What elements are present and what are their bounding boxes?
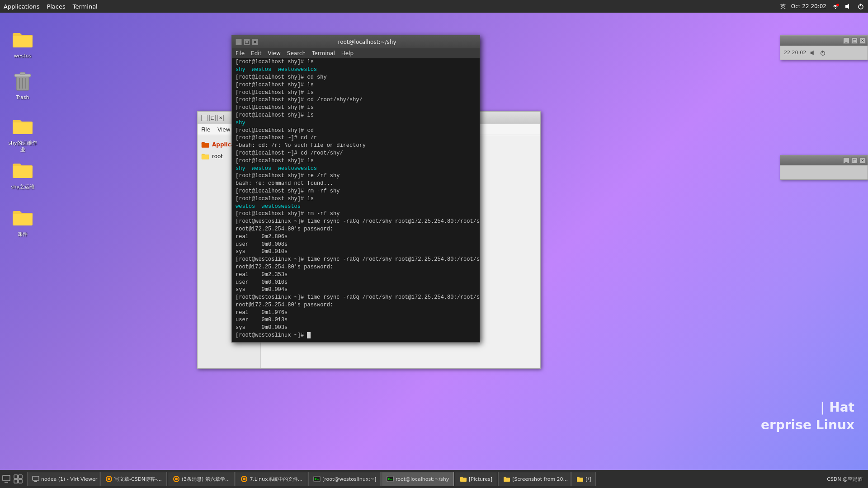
terminal-line-21: [root@localhost shy]# ls — [236, 195, 476, 203]
terminal-line-33: real 0m2.353s — [236, 271, 476, 279]
small-win-minimize-top[interactable]: _ — [843, 38, 849, 44]
small-win-minimize-mid[interactable]: _ — [843, 157, 849, 164]
taskbar-btn-csdn-blog[interactable]: 写文章-CSDN博客-... — [100, 472, 167, 486]
taskbar-btn-pictures[interactable]: [Pictures] — [455, 472, 497, 486]
monitor-icon — [32, 475, 39, 483]
terminal-line-24: [root@westoslinux ~]# time rsync -raCq /… — [236, 218, 476, 225]
terminal-close-btn[interactable]: ✕ — [252, 39, 258, 45]
terminal-main-titlebar: _ □ ✕ root@localhost:~/shy — [232, 36, 480, 48]
taskbar-label-csdn-blog: 写文章-CSDN博客-... — [114, 476, 162, 483]
small-win-close-mid[interactable]: ✕ — [859, 157, 866, 164]
terminal-line-36: [root@westoslinux ~]# time rsync -raCq /… — [236, 294, 476, 301]
terminal-line-14: -bash: cd: /r: No such file or directory — [236, 142, 476, 150]
taskbar-right: CSDN @空是酒 — [827, 476, 866, 483]
terminal-line-39: real 0m1.976s — [236, 309, 476, 317]
desktop-icon-shy-yunwei[interactable]: shy之运维 — [5, 160, 41, 191]
fm-minimize-btn[interactable]: _ — [201, 115, 208, 121]
wifi-icon — [832, 3, 839, 10]
terminal-line-41: sys 0m0.003s — [236, 324, 476, 332]
icon-label-trash: Trash — [14, 94, 30, 101]
terminal-maximize-btn[interactable]: □ — [244, 39, 250, 45]
terminal-icon-1 — [313, 475, 321, 483]
terminal-line-12: [root@localhost shy]# cd — [236, 127, 476, 135]
svg-rect-29 — [33, 476, 39, 480]
desktop: westos Trash shy的运维作业 — [0, 13, 868, 470]
desktop-icon-kewai[interactable]: 课件 — [5, 207, 41, 238]
terminal-menu-search[interactable]: Search — [287, 50, 306, 56]
file-manager-titlebar-buttons: _ □ ✕ — [201, 115, 224, 121]
terminal-line-28: user 0m0.008s — [236, 241, 476, 249]
icon-label-kewai: 课件 — [16, 230, 29, 238]
desktop-icon-shy-homework[interactable]: shy的运维作业 — [5, 116, 41, 154]
window-manager-icon[interactable] — [14, 474, 23, 483]
taskbar-btn-linux-file[interactable]: 7.Linux系统中的文件... — [236, 472, 307, 486]
terminal-line-15: [root@localhost ~]# cd /root/shy/ — [236, 150, 476, 157]
small-win-maximize-mid[interactable]: □ — [851, 157, 858, 164]
taskbar-btn-csdn-3[interactable]: (3条消息) 第六章学... — [168, 472, 235, 486]
firefox-icon-1 — [105, 475, 113, 483]
terminal-line-8: [root@localhost shy]# cd /root/shy/shy/ — [236, 96, 476, 104]
fm-maximize-btn[interactable]: □ — [209, 115, 216, 121]
icon-label-shy-homework: shy的运维作业 — [5, 139, 41, 154]
svg-rect-27 — [14, 479, 18, 483]
taskbar-btn-westoslinux-term[interactable]: [root@westoslinux:~] — [308, 472, 381, 486]
terminal-line-7: [root@localhost shy]# ls — [236, 89, 476, 97]
folder-icon-kewai — [12, 207, 33, 229]
terminal-line-25: root@172.25.254.80's password: — [236, 225, 476, 233]
fm-close-btn[interactable]: ✕ — [217, 115, 224, 121]
small-win-top-time: 22 20:02 — [784, 50, 806, 56]
menu-terminal[interactable]: Terminal — [73, 3, 98, 10]
sound-icon — [844, 3, 852, 10]
taskbar-btn-nodea[interactable]: nodea (1) - Virt Viewer — [27, 472, 99, 486]
taskbar-label-bracket1: [/] — [585, 476, 591, 482]
taskbar-btn-screenshot[interactable]: [Screenshot from 20... — [498, 472, 571, 486]
terminal-line-37: root@172.25.254.80's password: — [236, 301, 476, 309]
svg-rect-23 — [3, 475, 10, 481]
small-win-close-top[interactable]: ✕ — [859, 38, 866, 44]
menu-places[interactable]: Places — [47, 3, 65, 10]
folder-icon-shy-yunwei — [12, 160, 33, 181]
top-panel-left: Applications Places Terminal — [4, 3, 98, 10]
terminal-menu-help[interactable]: Help — [341, 50, 354, 56]
language-indicator: 英 — [780, 3, 786, 10]
terminal-line-18: [root@localhost shy]# re /rf shy — [236, 172, 476, 180]
terminal-cursor — [307, 332, 311, 338]
taskbar-label-screenshot: [Screenshot from 20... — [512, 476, 568, 482]
taskbar-label-csdn-3: (3条消息) 第六章学... — [182, 476, 230, 483]
terminal-titlebar-buttons: _ □ ✕ — [236, 39, 258, 45]
top-panel-right: 英 Oct 22 20:02 — [780, 3, 864, 10]
menu-applications[interactable]: Applications — [4, 3, 39, 10]
datetime-display: Oct 22 20:02 — [791, 3, 826, 9]
folder-icon-taskbar-3 — [576, 475, 584, 483]
small-win-maximize-top[interactable]: □ — [851, 38, 858, 44]
fm-menu-view[interactable]: View — [217, 127, 230, 133]
terminal-menu-terminal[interactable]: Terminal — [312, 50, 335, 56]
svg-point-32 — [108, 478, 110, 480]
terminal-menu-edit[interactable]: Edit — [251, 50, 261, 56]
taskbar: nodea (1) - Virt Viewer 写文章-CSDN博客-... (… — [0, 470, 868, 488]
svg-point-0 — [836, 4, 839, 6]
taskbar-left-icons — [2, 474, 23, 483]
terminal-menu-view[interactable]: View — [268, 50, 280, 56]
svg-rect-10 — [811, 52, 812, 54]
taskbar-label-pictures: [Pictures] — [469, 476, 492, 482]
terminal-minimize-btn[interactable]: _ — [236, 39, 242, 45]
desktop-icon-trash[interactable]: Trash — [5, 70, 41, 101]
show-desktop-icon[interactable] — [2, 474, 11, 483]
svg-point-34 — [175, 478, 178, 480]
svg-rect-24 — [5, 482, 8, 483]
desktop-icon-westos[interactable]: westos — [5, 29, 41, 59]
small-win-sound-icon — [810, 50, 816, 56]
terminal-menu-file[interactable]: File — [236, 50, 245, 56]
terminal-line-3: [root@localhost shy]# ls — [236, 58, 476, 66]
terminal-line-20: [root@localhost shy]# rm -rf shy — [236, 188, 476, 195]
terminal-line-19: bash: re: command not found... — [236, 180, 476, 188]
terminal-line-22: westos westoswestos — [236, 203, 476, 211]
terminal-line-23: [root@localhost shy]# rm -rf shy — [236, 210, 476, 218]
application-folder-icon — [201, 141, 209, 149]
taskbar-btn-root-localhost[interactable]: root@localhost:~/shy — [382, 472, 454, 486]
taskbar-btn-bracket1[interactable]: [/] — [571, 472, 596, 486]
fm-menu-file[interactable]: File — [201, 127, 210, 133]
terminal-line-35: sys 0m0.004s — [236, 286, 476, 294]
terminal-line-16: [root@localhost shy]# ls — [236, 157, 476, 165]
